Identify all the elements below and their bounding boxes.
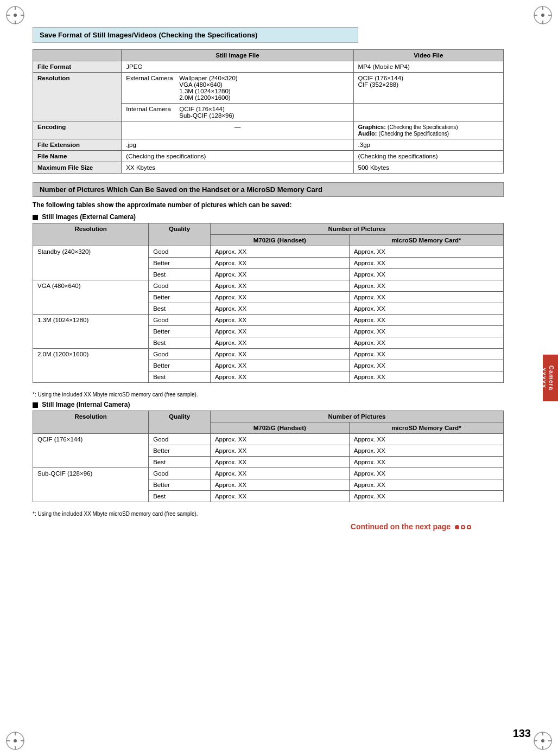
- page-number: 133: [513, 727, 531, 740]
- int-quality-cell: Best: [149, 491, 211, 502]
- int-microsd-cell: Approx. XX: [349, 445, 503, 457]
- row-encoding: Encoding — Graphics: (Checking the Speci…: [33, 121, 504, 139]
- ext-microsd-cell: Approx. XX: [349, 349, 503, 360]
- continued-footer: Continued on the next page: [33, 522, 504, 531]
- row-file-format: File Format JPEG MP4 (Mobile MP4): [33, 61, 504, 73]
- ext-table-row: 1.3M (1024×1280)GoodApprox. XXApprox. XX: [33, 315, 504, 326]
- int-col-number: Number of Pictures: [210, 411, 503, 422]
- ext-col-resolution: Resolution: [33, 223, 149, 246]
- file-name-video: (Checking the specifications): [353, 151, 503, 162]
- file-format-video: MP4 (Mobile MP4): [353, 61, 503, 73]
- bullet-square-2: [33, 402, 38, 408]
- section1-heading: Save Format of Still Images/Videos (Chec…: [33, 27, 358, 43]
- col-empty: [33, 50, 122, 61]
- encoding-video: Graphics: (Checking the Specifications) …: [353, 121, 503, 139]
- int-microsd-cell: Approx. XX: [349, 457, 503, 468]
- max-file-size-video: 500 Kbytes: [353, 162, 503, 174]
- file-format-header: File Format: [33, 61, 122, 73]
- ext-col-handset: M702iG (Handset): [210, 235, 349, 246]
- subsection2-text: Still Image (Internal Camera): [42, 401, 130, 408]
- ext-quality-cell: Better: [149, 326, 211, 337]
- ext-col-quality: Quality: [149, 223, 211, 246]
- ext-quality-cell: Better: [149, 258, 211, 269]
- int-col-handset: M702iG (Handset): [210, 422, 349, 434]
- dot-1: [455, 525, 459, 529]
- int-handset-cell: Approx. XX: [210, 434, 349, 445]
- ext-quality-cell: Better: [149, 360, 211, 371]
- ext-quality-cell: Best: [149, 371, 211, 383]
- ext-resolution-cell: 2.0M (1200×1600): [33, 349, 149, 383]
- side-tab: Camera XXXXX: [543, 355, 558, 401]
- ext-handset-cell: Approx. XX: [210, 280, 349, 292]
- section2: Number of Pictures Which Can Be Saved on…: [33, 182, 504, 517]
- int-quality-cell: Best: [149, 457, 211, 468]
- side-tab-xxxxx-label: XXXXX: [540, 368, 546, 388]
- int-resolution-cell: Sub-QCIF (128×96): [33, 468, 149, 502]
- internal-camera-label: Internal Camera: [126, 106, 175, 119]
- ext-quality-cell: Best: [149, 303, 211, 315]
- file-extension-video: .3gp: [353, 139, 503, 151]
- resolution-external-video: QCIF (176×144) CIF (352×288): [353, 73, 503, 104]
- section2-heading: Number of Pictures Which Can Be Saved on…: [33, 182, 504, 197]
- row-file-extension: File Extension .jpg .3gp: [33, 139, 504, 151]
- row-file-name: File Name (Checking the specifications) …: [33, 151, 504, 162]
- int-microsd-cell: Approx. XX: [349, 479, 503, 491]
- int-table-row: Sub-QCIF (128×96)GoodApprox. XXApprox. X…: [33, 468, 504, 479]
- ext-handset-cell: Approx. XX: [210, 246, 349, 258]
- ext-microsd-cell: Approx. XX: [349, 315, 503, 326]
- int-handset-cell: Approx. XX: [210, 491, 349, 502]
- dot-2: [461, 525, 465, 529]
- ext-handset-cell: Approx. XX: [210, 258, 349, 269]
- ext-microsd-cell: Approx. XX: [349, 269, 503, 280]
- int-quality-cell: Better: [149, 445, 211, 457]
- ext-handset-cell: Approx. XX: [210, 292, 349, 303]
- ext-handset-cell: Approx. XX: [210, 315, 349, 326]
- corner-decoration-tl: [4, 4, 26, 26]
- ext-handset-cell: Approx. XX: [210, 303, 349, 315]
- ext-microsd-cell: Approx. XX: [349, 360, 503, 371]
- file-extension-header: File Extension: [33, 139, 122, 151]
- int-handset-cell: Approx. XX: [210, 445, 349, 457]
- ext-table-row: VGA (480×640)GoodApprox. XXApprox. XX: [33, 280, 504, 292]
- ext-microsd-cell: Approx. XX: [349, 303, 503, 315]
- resolution-internal-video: [353, 104, 503, 121]
- ext-col-microsd: microSD Memory Card*: [349, 235, 503, 246]
- section1: Save Format of Still Images/Videos (Chec…: [33, 27, 504, 174]
- ext-quality-cell: Good: [149, 246, 211, 258]
- resolution-external-still: External Camera Wallpaper (240×320) VGA …: [122, 73, 353, 104]
- int-col-resolution: Resolution: [33, 411, 149, 434]
- file-name-still: (Checking the specifications): [122, 151, 353, 162]
- ext-microsd-cell: Approx. XX: [349, 371, 503, 383]
- ext-microsd-cell: Approx. XX: [349, 292, 503, 303]
- corner-decoration-tr: [532, 4, 554, 26]
- file-name-header: File Name: [33, 151, 122, 162]
- encoding-header: Encoding: [33, 121, 122, 139]
- max-file-size-still: XX Kbytes: [122, 162, 353, 174]
- internal-camera-table: Resolution Quality Number of Pictures M7…: [33, 411, 504, 502]
- subsection1-label: Still Images (External Camera): [33, 213, 504, 221]
- ext-table-row: Standby (240×320)GoodApprox. XXApprox. X…: [33, 246, 504, 258]
- subsection2-label: Still Image (Internal Camera): [33, 401, 504, 408]
- ext-quality-cell: Good: [149, 280, 211, 292]
- ext-microsd-cell: Approx. XX: [349, 337, 503, 349]
- int-quality-cell: Good: [149, 434, 211, 445]
- ext-handset-cell: Approx. XX: [210, 337, 349, 349]
- row-resolution-external: Resolution External Camera Wallpaper (24…: [33, 73, 504, 104]
- ext-table-row: 2.0M (1200×1600)GoodApprox. XXApprox. XX: [33, 349, 504, 360]
- int-col-quality: Quality: [149, 411, 211, 434]
- ext-handset-cell: Approx. XX: [210, 349, 349, 360]
- int-microsd-cell: Approx. XX: [349, 468, 503, 479]
- svg-point-7: [541, 14, 544, 17]
- int-handset-cell: Approx. XX: [210, 457, 349, 468]
- svg-point-19: [541, 739, 544, 742]
- continued-text: Continued on the next page: [351, 522, 451, 531]
- save-format-table: Still Image File Video File File Format …: [33, 49, 504, 174]
- int-quality-cell: Good: [149, 468, 211, 479]
- footnote1: *: Using the included XX Mbyte microSD m…: [33, 392, 504, 398]
- corner-decoration-bl: [4, 730, 26, 752]
- file-extension-still: .jpg: [122, 139, 353, 151]
- main-content: Save Format of Still Images/Videos (Chec…: [33, 27, 504, 531]
- ext-handset-cell: Approx. XX: [210, 269, 349, 280]
- ext-microsd-cell: Approx. XX: [349, 246, 503, 258]
- footnote2: *: Using the included XX Mbyte microSD m…: [33, 511, 504, 517]
